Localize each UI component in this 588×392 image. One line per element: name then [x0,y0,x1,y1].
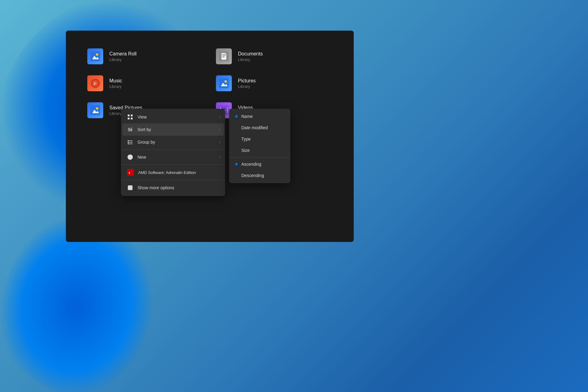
sort-ascending-label: Ascending [241,162,261,167]
amd-label: AMD Software: Adrenalin Edition [138,170,196,175]
divider-2 [121,164,225,165]
svg-rect-8 [222,57,224,57]
sort-by-label: Sort by [138,127,151,132]
menu-item-new[interactable]: New › [122,151,224,163]
svg-rect-43 [128,143,129,144]
documents-name: Documents [238,51,263,57]
divider-3 [121,180,225,180]
context-menu: View › Sort by › [121,109,225,196]
submenu-item-descending[interactable]: Descending [230,170,289,181]
music-name: Music [109,78,122,84]
group-by-arrow: › [219,140,220,144]
descending-dot [235,174,238,177]
menu-item-group-by[interactable]: Group by › [122,136,224,148]
documents-icon [216,48,232,64]
show-more-label: Show more options [138,185,174,190]
menu-item-show-more[interactable]: Show more options [122,182,224,194]
svg-rect-28 [227,110,228,111]
sort-name-label: Name [241,114,253,119]
pictures-text: Pictures Library [238,78,256,89]
menu-item-view[interactable]: View › [122,111,224,123]
saved-pictures-icon [87,102,103,118]
view-icon [127,114,133,120]
svg-text:♪: ♪ [93,80,96,86]
library-item-documents[interactable]: Documents Library [210,43,338,70]
music-type: Library [109,84,122,89]
sort-type-label: Type [241,137,251,141]
submenu-item-type[interactable]: Type [230,134,289,145]
camera-roll-name: Camera Roll [109,51,137,57]
svg-rect-6 [222,54,226,55]
sort-submenu: Name Date modified Type Size Ascending D… [229,109,290,183]
date-modified-dot [235,126,238,129]
ascending-selected-dot [235,163,238,165]
show-more-icon [127,185,133,191]
music-icon: ♪ [87,75,103,91]
camera-roll-icon [87,48,103,64]
submenu-item-date-modified[interactable]: Date modified [230,122,289,133]
amd-icon: a [127,169,134,176]
svg-rect-31 [128,115,130,116]
submenu-divider [229,157,290,157]
divider-1 [121,149,225,150]
submenu-item-name[interactable]: Name [230,111,289,122]
svg-rect-41 [128,142,129,143]
svg-rect-7 [222,55,226,56]
menu-item-sort-by[interactable]: Sort by › [122,123,224,136]
svg-point-17 [224,80,227,83]
sort-size-label: Size [241,148,250,153]
library-item-music[interactable]: ♪ Music Library [81,70,210,97]
library-item-camera-roll[interactable]: Camera Roll Library [81,43,210,70]
svg-rect-32 [131,115,133,116]
svg-rect-29 [227,111,228,112]
submenu-item-ascending[interactable]: Ascending [230,159,289,170]
camera-roll-text: Camera Roll Library [109,51,137,62]
svg-point-21 [96,107,98,110]
group-by-label: Group by [138,140,155,145]
name-selected-dot [235,115,238,118]
documents-type: Library [238,57,263,62]
pictures-name: Pictures [238,78,256,84]
svg-rect-44 [129,144,133,144]
sort-icon [127,126,133,133]
documents-text: Documents Library [238,51,263,62]
size-dot [235,149,238,152]
new-arrow: › [219,155,220,159]
menu-item-amd[interactable]: a AMD Software: Adrenalin Edition [122,166,224,179]
sort-by-arrow: › [219,127,220,132]
svg-rect-33 [128,118,130,119]
sort-descending-label: Descending [241,173,264,178]
submenu-item-size[interactable]: Size [230,145,289,156]
pictures-type: Library [238,84,256,89]
new-icon [127,154,133,160]
group-icon [127,139,133,145]
pictures-icon [216,75,232,91]
type-dot [235,138,238,140]
svg-rect-34 [131,118,133,119]
music-text: Music Library [109,78,122,89]
sort-date-modified-label: Date modified [241,125,268,130]
view-arrow: › [219,115,220,119]
svg-rect-27 [227,108,228,109]
svg-rect-42 [129,142,133,143]
new-label: New [138,155,146,160]
svg-rect-39 [128,140,129,141]
view-label: View [138,115,147,119]
camera-roll-type: Library [109,57,137,62]
svg-point-3 [96,53,98,56]
library-item-pictures[interactable]: Pictures Library [210,70,338,97]
svg-rect-40 [129,141,133,141]
